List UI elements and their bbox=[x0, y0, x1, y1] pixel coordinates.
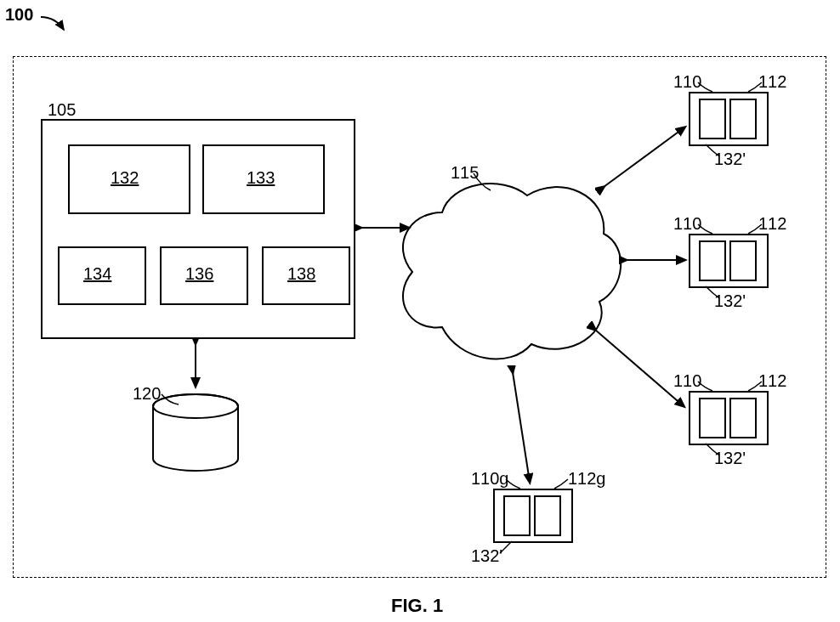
module-136-label: 136 bbox=[185, 264, 213, 284]
ref-overall: 100 bbox=[5, 5, 33, 25]
client4-leader-sub bbox=[498, 540, 517, 557]
diagram-stage: 100 FIG. 1 105 132 133 134 136 138 120 bbox=[0, 0, 840, 622]
arrow-cloud-client2 bbox=[619, 252, 691, 269]
svg-line-4 bbox=[604, 127, 684, 187]
client4-leader-right bbox=[553, 475, 571, 492]
database-leader bbox=[160, 391, 185, 408]
overall-ref-arrow bbox=[38, 13, 72, 38]
arrow-cloud-client3 bbox=[587, 321, 692, 415]
client-device-2-inner-right bbox=[729, 240, 757, 281]
arrow-main-to-db bbox=[187, 337, 204, 392]
client-device-3-inner-right bbox=[729, 398, 757, 438]
client2-leader-left bbox=[697, 220, 716, 237]
module-138-label: 138 bbox=[287, 264, 315, 284]
arrow-cloud-client1 bbox=[595, 119, 693, 195]
client2-leader-right bbox=[746, 220, 765, 237]
client-device-4-inner-right bbox=[534, 495, 561, 536]
figure-title: FIG. 1 bbox=[391, 595, 443, 617]
client1-leader-sub bbox=[704, 143, 723, 160]
client-device-1-inner-right bbox=[729, 99, 757, 139]
arrow-main-to-cloud bbox=[354, 219, 415, 236]
client1-leader-left bbox=[697, 78, 716, 95]
client-device-2-inner-left bbox=[699, 240, 726, 281]
client2-leader-sub bbox=[704, 285, 723, 302]
ref-main-box: 105 bbox=[48, 100, 76, 120]
client-device-4-inner-left bbox=[503, 495, 531, 536]
cloud-leader bbox=[472, 168, 497, 194]
client-device-1-inner-left bbox=[699, 99, 726, 139]
client-device-3-inner-left bbox=[699, 398, 726, 438]
module-132-label: 132 bbox=[111, 168, 139, 188]
client3-leader-left bbox=[697, 377, 716, 394]
arrow-cloud-client4 bbox=[500, 365, 542, 489]
client3-leader-right bbox=[746, 377, 765, 394]
client1-leader-right bbox=[746, 78, 765, 95]
module-133-label: 133 bbox=[247, 168, 275, 188]
client3-leader-sub bbox=[704, 442, 723, 459]
svg-line-6 bbox=[595, 330, 684, 406]
module-134-label: 134 bbox=[83, 264, 111, 284]
svg-line-7 bbox=[513, 372, 530, 482]
client4-ref-right: 112g bbox=[568, 469, 606, 489]
